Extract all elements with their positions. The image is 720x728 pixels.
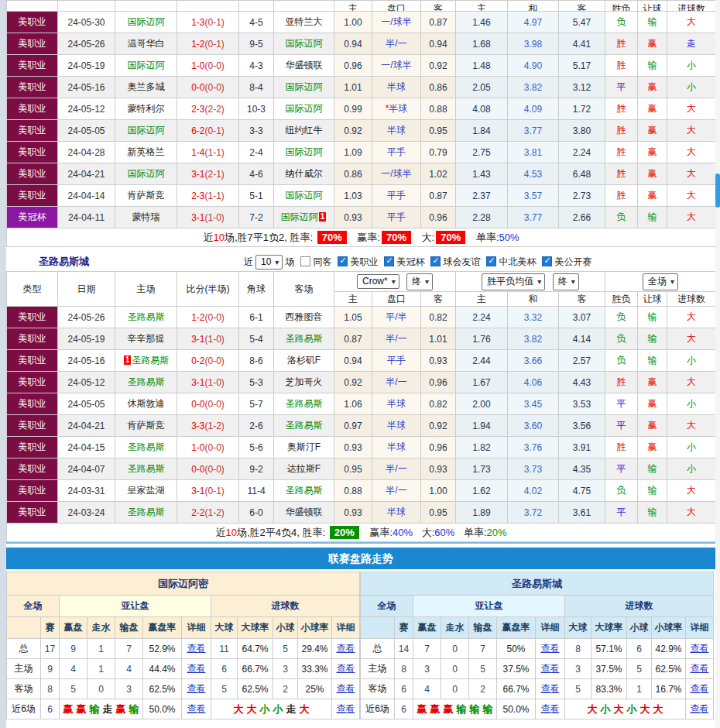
view-detail-link[interactable]: 查看: [337, 703, 355, 714]
full-time-score: 3-1: [191, 334, 204, 345]
home-team-link[interactable]: 国际迈阿: [128, 125, 165, 136]
filter-checkbox[interactable]: [486, 256, 496, 266]
view-detail-link[interactable]: 查看: [541, 703, 560, 714]
euro-away-odds: 4.35: [559, 458, 605, 480]
result-cell: 胜: [605, 372, 638, 393]
away-team-link[interactable]: 圣路易斯: [286, 485, 323, 496]
view-detail-link[interactable]: 查看: [187, 663, 206, 674]
asian-away-odds: 0.93: [421, 350, 456, 372]
view-detail-link[interactable]: 查看: [337, 683, 355, 694]
away-team-link[interactable]: 国际迈阿: [281, 211, 318, 222]
league-type-cell: 美职业: [7, 393, 58, 415]
result-cell: 平: [605, 393, 638, 415]
away-team-link[interactable]: 华盛顿联: [286, 507, 323, 517]
match-date: 24-04-14: [58, 185, 115, 207]
away-team-link[interactable]: 亚特兰大: [286, 16, 323, 27]
away-team-link[interactable]: 国际迈阿: [286, 190, 323, 201]
home-team-link[interactable]: 圣路易斯: [128, 463, 165, 474]
recent-games-select[interactable]: 10: [255, 255, 283, 270]
view-detail-link[interactable]: 查看: [541, 683, 560, 694]
full-time-score: 6-2: [191, 125, 204, 136]
col-header-euro-draw: 和: [508, 292, 559, 307]
asia-odds-state-select[interactable]: 终: [406, 273, 433, 290]
euro-odds-source-select[interactable]: 胜平负均值: [482, 273, 545, 290]
view-detail-link[interactable]: 查看: [187, 643, 206, 654]
home-team-link[interactable]: 温哥华白: [128, 38, 165, 49]
view-detail-link[interactable]: 查看: [337, 663, 355, 674]
selects-header-row: 类型 日期 主场 比分(半场) 角球 客场 Crow* 终 胜平负均值 终 全场: [7, 272, 716, 292]
score-cell: 1-4(1-1): [177, 142, 239, 163]
filter-checkbox[interactable]: [338, 256, 348, 266]
home-team-cell: 国际迈阿: [115, 163, 177, 185]
scope-select[interactable]: 全场: [643, 273, 678, 290]
games-count: 8: [395, 659, 413, 679]
away-team-link[interactable]: 国际迈阿: [286, 81, 323, 92]
home-team-link[interactable]: 圣路易斯: [128, 441, 165, 452]
away-team-link[interactable]: 国际迈阿: [286, 146, 323, 157]
view-detail-link[interactable]: 查看: [691, 643, 709, 654]
view-detail-link[interactable]: 查看: [691, 703, 709, 714]
home-team-link[interactable]: 圣路易斯: [132, 355, 169, 366]
home-team-link[interactable]: 圣路易斯: [128, 376, 165, 387]
away-team-link[interactable]: 国际迈阿: [286, 103, 323, 114]
away-team-link[interactable]: 圣路易斯: [286, 333, 323, 344]
asian-away-odds: 0.87: [421, 185, 456, 207]
view-detail-link[interactable]: 查看: [337, 643, 355, 654]
home-team-link[interactable]: 肯萨斯竞: [128, 420, 165, 431]
home-team-link[interactable]: 国际迈阿: [128, 60, 165, 70]
asian-handicap: 半/一: [372, 33, 421, 55]
trend-row: 总1791752.9%查看1164.7%529.4%查看: [7, 639, 360, 659]
home-team-link[interactable]: 肯萨斯竞: [128, 190, 165, 201]
asian-handicap: 半球: [372, 393, 421, 415]
view-detail-link[interactable]: 查看: [541, 643, 560, 654]
score-cell: 3-1(2-1): [177, 163, 239, 185]
away-team-link[interactable]: 圣路易斯: [286, 420, 323, 431]
home-team-link[interactable]: 皇家盐湖: [128, 485, 165, 496]
match-row: 美职业24-04-07圣路易斯0-0(0-0)9-2达拉斯F0.95半/一0.9…: [7, 458, 716, 480]
home-team-link[interactable]: 圣路易斯: [128, 507, 165, 517]
view-detail-link[interactable]: 查看: [691, 683, 709, 694]
detail-cell: 查看: [332, 699, 360, 719]
view-detail-link[interactable]: 查看: [691, 663, 709, 674]
asian-handicap: 半/一: [372, 458, 421, 480]
away-team-link[interactable]: 奥斯汀F: [287, 441, 321, 452]
away-team-link[interactable]: 纳什威尔: [286, 168, 323, 179]
away-team-link[interactable]: 华盛顿联: [286, 60, 323, 70]
away-team-link[interactable]: 达拉斯F: [287, 463, 321, 474]
filter-checkbox[interactable]: [430, 256, 441, 266]
home-team-link[interactable]: 圣路易斯: [128, 311, 165, 322]
filter-checkbox[interactable]: [542, 256, 552, 266]
away-team-link[interactable]: 国际迈阿: [286, 38, 323, 49]
away-team-link[interactable]: 圣路易斯: [286, 398, 323, 409]
home-team-link[interactable]: 国际迈阿: [128, 168, 165, 179]
view-detail-link[interactable]: 查看: [187, 703, 206, 714]
home-team-link[interactable]: 蒙特瑞: [132, 211, 160, 222]
full-time-score: 1-2: [191, 39, 204, 50]
euro-odds-state-select[interactable]: 终: [553, 273, 579, 290]
filter-checkbox[interactable]: [384, 256, 394, 266]
filter-checkbox[interactable]: [300, 256, 310, 266]
away-team-link[interactable]: 纽约红牛: [286, 125, 323, 136]
miami-summary: 近10场,胜7平1负2, 胜率: 70% 赢率:70% 大:70% 单率:50%: [7, 228, 716, 247]
away-team-link[interactable]: 西雅图音: [286, 311, 323, 322]
scrollbar-track[interactable]: [715, 0, 720, 728]
bookmaker-select[interactable]: Crow*: [357, 274, 399, 289]
away-team-link[interactable]: 洛杉矶F: [287, 355, 321, 366]
view-detail-link[interactable]: 查看: [187, 683, 206, 694]
result-cell: 胜: [605, 55, 638, 77]
home-team-link[interactable]: 蒙特利尔: [128, 103, 165, 114]
away-team-link[interactable]: 芝加哥火: [286, 376, 323, 387]
home-team-link[interactable]: 休斯敦迪: [128, 398, 165, 409]
home-team-link[interactable]: 奥兰多城: [128, 81, 165, 92]
euro-draw-odds: 4.02: [508, 480, 559, 502]
home-team-link[interactable]: 辛辛那提: [128, 333, 165, 344]
handicap-result-cell: 赢: [638, 33, 667, 55]
handicap-push-count: 1: [87, 659, 115, 679]
home-team-link[interactable]: 新英格兰: [128, 146, 165, 157]
view-detail-link[interactable]: 查看: [541, 663, 560, 674]
home-team-link[interactable]: 国际迈阿: [128, 16, 165, 27]
col-header-euro-home: 主: [456, 292, 508, 307]
scrollbar-thumb[interactable]: [715, 173, 720, 208]
win-rate-badge: 20%: [330, 526, 359, 539]
euro-home-odds: 2.00: [456, 393, 508, 415]
